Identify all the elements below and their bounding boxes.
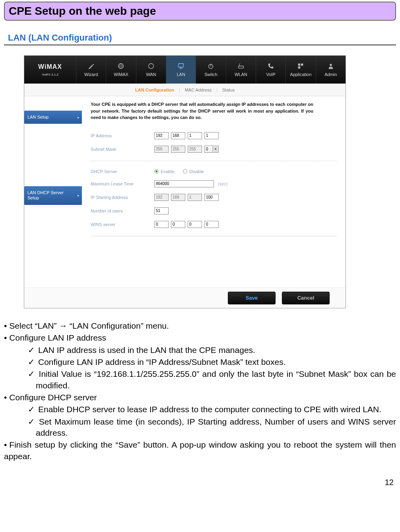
page-number: 12 [4,478,396,487]
divider [4,45,396,45]
start-octet-2: 168 [171,194,185,201]
row-ip-start: IP Starting Address 192 168 1 100 [91,194,337,201]
input-num-users[interactable]: 51 [154,207,169,214]
wins-octet-4[interactable]: 0 [204,221,219,228]
dotted-divider [91,236,337,236]
wins-octet-2[interactable]: 0 [171,221,185,228]
cancel-button[interactable]: Cancel [282,292,330,304]
start-octet-1: 192 [154,194,169,201]
router-logo-text: WiMAX [38,63,62,70]
radio-disable[interactable]: Disable [183,169,204,174]
mask-octet-2: 255 [171,146,185,153]
router-version: VoIP2 2.1.2 [42,73,58,76]
sidebar-dhcp-setup[interactable]: LAN DHCP Server Setup ▸ [24,186,82,205]
instr-subline: Configure LAN IP address in “IP Address/… [4,357,396,368]
instr-subline: Initial Value is “192.168.1.1/255.255.25… [4,368,396,391]
radio-dot-icon [183,169,187,173]
svg-rect-5 [298,64,300,66]
nav-wlan[interactable]: WLAN [226,56,256,84]
router-nav: Wizard WiMAX WAN LAN Switch WLAN VoIP Ap… [76,56,346,84]
row-dhcp-server: DHCP Server Enable Disable [91,169,337,174]
sidebar-lan-setup[interactable]: LAN Setup ▸ [24,111,82,124]
lan-icon [177,62,184,70]
row-subnet-mask: Subnet Mask 255 255 255 0▾ [91,146,337,153]
svg-rect-7 [298,66,300,68]
svg-rect-6 [301,64,303,66]
dotted-divider [91,161,337,161]
dhcp-intro-text: Your CPE is equipped with a DHCP server … [91,101,313,121]
subnav-mac-address[interactable]: MAC Address [183,88,213,92]
radio-enable[interactable]: Enable [154,169,174,174]
nav-wizard[interactable]: Wizard [76,56,106,84]
phone-icon [267,62,274,70]
ip-octet-2[interactable]: 168 [171,132,185,139]
globe-icon [148,62,155,70]
instr-line: Select “LAN” → “LAN Configuration” menu. [4,320,396,331]
wins-octet-1[interactable]: 0 [154,221,169,228]
globe-icon [117,62,124,70]
section-subheading: LAN (LAN Configuration) [8,33,396,43]
router-main: Your CPE is equipped with a DHCP server … [82,96,346,287]
mask-octet-4-select[interactable]: 0▾ [204,146,219,153]
mask-octet-3: 255 [188,146,202,153]
router-sidebar: LAN Setup ▸ LAN DHCP Server Setup ▸ [24,96,82,287]
instructions: Select “LAN” → “LAN Configuration” menu.… [4,320,396,462]
svg-rect-4 [238,66,243,68]
svg-point-1 [149,64,154,69]
label-wins: WINS server [91,222,154,227]
nav-wan[interactable]: WAN [136,56,166,84]
subnav-status[interactable]: Status [221,88,236,92]
nav-switch[interactable]: Switch [196,56,225,84]
svg-rect-2 [179,64,184,67]
power-icon [207,62,214,70]
label-lease-time: Maximum Lease Time [91,181,154,186]
router-topbar: WiMAX VoIP2 2.1.2 Wizard WiMAX WAN LAN S… [24,56,346,84]
router-screenshot: WiMAX VoIP2 2.1.2 Wizard WiMAX WAN LAN S… [24,55,346,308]
row-lease-time: Maximum Lease Time 864000 (sec) [91,180,337,187]
instr-subline: Enable DHCP server to lease IP address t… [4,404,396,415]
mask-octet-1: 255 [154,146,169,153]
ip-octet-1[interactable]: 192 [154,132,169,139]
row-ip-address: IP Address 192 168 1 1 [91,132,337,139]
wand-icon [87,62,95,70]
row-wins: WINS server 0 0 0 0 [91,221,337,228]
nav-voip[interactable]: VoIP [256,56,285,84]
page-title-bar: CPE Setup on the web page [4,2,396,21]
start-octet-3: 1 [188,194,202,201]
nav-application[interactable]: Application [285,56,315,84]
router-subnav: LAN Configuration | MAC Address | Status [24,84,346,96]
save-button[interactable]: Save [228,292,276,304]
router-footer: Save Cancel [24,287,346,308]
instr-line: Finish setup by clicking the “Save” butt… [4,439,396,462]
router-logo: WiMAX VoIP2 2.1.2 [24,56,76,84]
label-ip-address: IP Address [91,133,154,138]
nav-admin[interactable]: Admin [316,56,346,84]
ip-octet-4[interactable]: 1 [204,132,219,139]
wins-octet-3[interactable]: 0 [188,221,202,228]
label-num-users: Number of users [91,209,154,213]
admin-icon [327,62,334,70]
instr-line: Configure LAN IP address [4,332,396,343]
nav-wimax[interactable]: WiMAX [106,56,136,84]
label-ip-start: IP Starting Address [91,195,154,200]
unit-seconds: (sec) [218,181,227,186]
chevron-right-icon: ▸ [78,115,80,119]
chevron-right-icon: ▸ [78,193,80,198]
instr-subline: Set Maximum lease time (in seconds), IP … [4,416,396,439]
label-subnet-mask: Subnet Mask [91,147,154,152]
router-icon [237,62,245,70]
row-num-users: Number of users 51 [91,207,337,214]
ip-octet-3[interactable]: 1 [188,132,202,139]
instr-subline: LAN IP address is used in the LAN that t… [4,345,396,356]
start-octet-4[interactable]: 100 [204,194,219,201]
instr-line: Configure DHCP server [4,392,396,403]
dropdown-icon: ▾ [212,146,218,152]
input-lease-time[interactable]: 864000 [154,180,214,187]
svg-point-8 [330,64,332,66]
nav-lan[interactable]: LAN [166,56,196,84]
app-icon [297,62,304,70]
radio-dot-selected-icon [154,169,159,173]
subnav-lan-config[interactable]: LAN Configuration [134,88,176,92]
label-dhcp-server: DHCP Server [91,169,154,174]
